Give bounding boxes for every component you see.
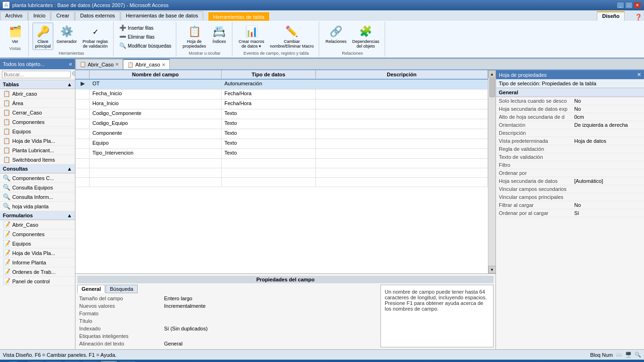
data-type-cell[interactable]: Texto: [222, 149, 316, 158]
data-type-cell[interactable]: Fecha/Hora: [222, 90, 316, 99]
prop-value[interactable]: [162, 317, 378, 325]
table-row[interactable]: ▶ OT Autonumeración: [75, 80, 488, 90]
description-cell[interactable]: [316, 119, 488, 129]
table-row[interactable]: Fecha_Inicio Fecha/Hora: [75, 90, 488, 99]
description-cell[interactable]: [316, 139, 488, 148]
nav-item-cerrar-caso[interactable]: 📋 Cerrar_Caso: [0, 108, 75, 117]
nav-item-ordenes[interactable]: 📝 Ordenes de Trab...: [0, 267, 75, 277]
description-cell[interactable]: [316, 80, 488, 89]
description-cell[interactable]: [316, 149, 488, 158]
probar-reglas-button[interactable]: ✓ Probar reglasde validación: [80, 23, 110, 50]
data-type-cell[interactable]: Texto: [222, 129, 316, 139]
nav-item-form-abrir-caso[interactable]: 📝 Abrir_Caso: [0, 220, 75, 230]
help-icon[interactable]: ❓: [635, 14, 642, 21]
prop-value[interactable]: General: [162, 340, 378, 347]
nav-header[interactable]: Todos los objeto... «: [0, 59, 75, 69]
data-type-cell[interactable]: Autonumeración: [222, 80, 316, 89]
cambiar-nombre-button[interactable]: ✏️ Cambiarnombre/Eliminar Macro: [267, 23, 316, 50]
hoja-propiedades-button[interactable]: 📋 Hoja depropiedades: [180, 23, 208, 50]
nav-item-componentes[interactable]: 📋 Componentes: [0, 117, 75, 127]
description-cell[interactable]: [316, 99, 488, 109]
props-tab-general[interactable]: General: [77, 285, 105, 293]
maximize-button[interactable]: □: [625, 2, 633, 8]
tab-datos-externos[interactable]: Datos externos: [75, 11, 120, 21]
nav-item-consulta-informe[interactable]: 🔍 Consulta Inform...: [0, 192, 75, 202]
nav-item-abrir-caso[interactable]: 📋 Abrir_caso: [0, 89, 75, 99]
prop-value[interactable]: [571, 145, 644, 153]
relaciones-button[interactable]: 🔗 Relaciones: [323, 23, 349, 45]
scroll-thumb[interactable]: [489, 78, 495, 97]
tab-close-icon[interactable]: ✕: [115, 62, 119, 67]
prop-value[interactable]: Incrementalmente: [162, 302, 378, 310]
tab-inicio[interactable]: Inicio: [28, 11, 51, 21]
tab-archivo[interactable]: Archivo: [0, 11, 28, 21]
field-name-cell[interactable]: Codigo_Equipo: [90, 119, 222, 129]
props-tab-busqueda[interactable]: Búsqueda: [106, 285, 138, 293]
table-row[interactable]: Codigo_Equipo Texto: [75, 119, 488, 129]
description-cell[interactable]: [316, 109, 488, 119]
table-row[interactable]: [75, 168, 488, 178]
table-row[interactable]: [75, 159, 488, 168]
prop-panel-close-icon[interactable]: ✕: [637, 72, 641, 78]
description-cell[interactable]: [316, 129, 488, 139]
table-row[interactable]: Equipo Texto: [75, 139, 488, 149]
nav-item-form-equipos[interactable]: 📝 Equipos: [0, 239, 75, 248]
indices-button[interactable]: 📇 Índices: [209, 23, 229, 45]
grid-scrollbar[interactable]: ▲ ▼: [488, 70, 495, 273]
data-type-cell[interactable]: Texto: [222, 109, 316, 119]
data-type-cell[interactable]: Texto: [222, 139, 316, 148]
field-name-cell[interactable]: Componente: [90, 129, 222, 139]
nav-item-hoja-vida[interactable]: 📋 Hoja de Vida Pla...: [0, 136, 75, 146]
nav-section-formularios[interactable]: Formularios ▲: [0, 211, 75, 220]
nav-scroll-area[interactable]: Tablas ▲ 📋 Abrir_caso 📋 Área 📋 Cerrar_Ca…: [0, 80, 75, 349]
prop-panel-scroll[interactable]: Solo lectura cuando se desco No Hoja sec…: [496, 97, 644, 349]
nav-item-area[interactable]: 📋 Área: [0, 99, 75, 108]
scroll-up-btn[interactable]: ▲: [488, 70, 496, 78]
nav-item-equipos[interactable]: 📋 Equipos: [0, 127, 75, 136]
field-name-cell[interactable]: OT: [90, 80, 222, 89]
prop-value[interactable]: [571, 193, 644, 201]
prop-value[interactable]: Sí: [571, 209, 644, 217]
doc-tab-abrir-caso-2[interactable]: 📋 Abrir_caso ✕: [123, 59, 170, 69]
nav-collapse-icon[interactable]: «: [69, 61, 72, 67]
tab-crear[interactable]: Crear: [51, 11, 74, 21]
table-row[interactable]: Codigo_Componente Texto: [75, 109, 488, 119]
prop-value[interactable]: Sí (Sin duplicados): [162, 325, 378, 332]
nav-item-form-componentes[interactable]: 📝 Componentes: [0, 230, 75, 239]
prop-value[interactable]: [571, 169, 644, 177]
nav-item-informe-planta[interactable]: 📝 Informe Planta: [0, 258, 75, 267]
tab-disenio[interactable]: Diseño: [597, 11, 625, 21]
nav-section-consultas[interactable]: Consultas ▲: [0, 165, 75, 173]
prop-value[interactable]: No: [571, 201, 644, 209]
field-name-cell[interactable]: Tipo_Intervencion: [90, 149, 222, 158]
prop-value[interactable]: De izquierda a derecha: [571, 121, 644, 129]
modificar-busquedas-button[interactable]: 🔍 Modificar búsquedas: [117, 41, 173, 50]
grid-body[interactable]: Nombre del campo Tipo de datos Descripci…: [75, 70, 488, 273]
field-name-cell[interactable]: Hora_Inicio: [90, 99, 222, 109]
close-button[interactable]: ✕: [634, 2, 641, 8]
prop-value[interactable]: [Automático]: [571, 177, 644, 185]
field-name-cell[interactable]: Codigo_Componente: [90, 109, 222, 119]
insertar-filas-button[interactable]: ➕ Insertar filas: [117, 24, 173, 32]
table-row[interactable]: Hora_Inicio Fecha/Hora: [75, 99, 488, 109]
scroll-down-btn[interactable]: ▼: [488, 266, 496, 273]
nav-item-panel-control[interactable]: 📝 Panel de control: [0, 277, 75, 286]
prop-value[interactable]: [571, 185, 644, 193]
nav-item-consulta-equipos[interactable]: 🔍 Consulta Equipos: [0, 183, 75, 192]
data-type-cell[interactable]: Fecha/Hora: [222, 99, 316, 109]
prop-value[interactable]: [571, 153, 644, 161]
minimize-button[interactable]: _: [617, 2, 624, 8]
nav-section-tablas[interactable]: Tablas ▲: [0, 80, 75, 89]
tab-herramientas-bd[interactable]: Herramientas de base de datos: [121, 11, 203, 21]
prop-value[interactable]: [162, 332, 378, 340]
taskbar[interactable]: 🪟 🦊 ▶ 📁 🎵 🅰 🎨 ES 11:43 28-08-2017: [0, 360, 644, 362]
crear-macros-button[interactable]: 📊 Crear macrosde datos ▾: [236, 23, 267, 50]
nav-item-planta[interactable]: 📋 Planta Lubricant...: [0, 146, 75, 155]
doc-tab-abrir-caso-1[interactable]: 📋 Abrir_Caso ✕: [75, 59, 123, 69]
nav-item-componentes-c[interactable]: 🔍 Componentes C...: [0, 173, 75, 183]
prop-value[interactable]: [162, 310, 378, 317]
prop-value[interactable]: Hoja de datos: [571, 137, 644, 145]
description-cell[interactable]: [316, 90, 488, 99]
prop-value[interactable]: No: [571, 97, 644, 105]
dependencias-button[interactable]: 🧩 Dependenciasdel objeto: [350, 23, 382, 50]
